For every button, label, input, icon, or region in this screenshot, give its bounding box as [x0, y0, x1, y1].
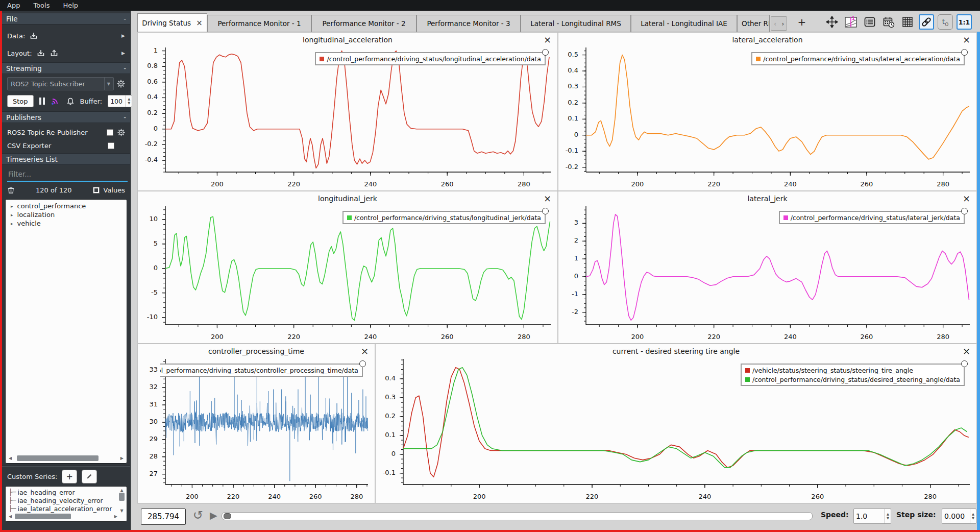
buffer-spinner[interactable]: 100 ▲▼: [108, 95, 132, 107]
republisher-checkbox[interactable]: [107, 129, 113, 136]
spin-up-icon[interactable]: ▲: [885, 512, 891, 516]
edit-custom-series-button[interactable]: [82, 470, 97, 483]
plot-legend[interactable]: /control_performance/driving_status/long…: [315, 52, 546, 65]
custom-horizontal-scrollbar[interactable]: ◀ ▶: [8, 513, 118, 520]
loop-icon[interactable]: ↺: [190, 507, 206, 523]
add-tab-button[interactable]: +: [794, 15, 809, 29]
scroll-right-icon[interactable]: ▶: [113, 514, 118, 519]
plot-canvas[interactable]: /control_performance/driving_status/long…: [160, 47, 552, 179]
tab-scroll-right-icon[interactable]: ›: [779, 20, 787, 28]
list-item[interactable]: ├─iae_lateral_acceleration_error: [9, 504, 127, 513]
file-section-header[interactable]: File -: [2, 13, 130, 25]
legend-entry[interactable]: /control_performance/driving_status/long…: [347, 213, 541, 222]
spin-down-icon[interactable]: ▼: [126, 101, 132, 105]
scroll-left-icon[interactable]: ◀: [8, 456, 13, 461]
scrollbar-thumb[interactable]: [17, 455, 99, 461]
plot-canvas[interactable]: /control_performance/driving_status/cont…: [160, 358, 370, 491]
legend-entry[interactable]: /vehicle/status/steering_status/steering…: [745, 366, 960, 375]
legend-list-icon[interactable]: [862, 14, 877, 30]
streaming-source-select[interactable]: ROS2 Topic Subscriber ▼: [7, 77, 114, 90]
values-checkbox[interactable]: [93, 187, 100, 194]
tree-horizontal-scrollbar[interactable]: ◀ ▶: [8, 455, 125, 462]
tree-item[interactable]: ▸control_performance: [11, 202, 127, 210]
plot-canvas[interactable]: /control_performance/driving_status/late…: [581, 47, 971, 179]
republisher-gear-icon[interactable]: [117, 129, 125, 136]
legend-entry[interactable]: /control_performance/driving_status/desi…: [745, 375, 960, 384]
tree-item[interactable]: ▸localization: [11, 210, 127, 219]
streaming-gear-icon[interactable]: [117, 80, 125, 88]
list-item[interactable]: ├─iae_heading_velocity_error: [9, 496, 127, 504]
collapse-icon[interactable]: -: [124, 113, 126, 122]
link-axes-icon[interactable]: [919, 14, 934, 30]
trash-icon[interactable]: [7, 186, 15, 194]
cursor-tracker-icon[interactable]: 1: [843, 14, 859, 30]
menu-help[interactable]: Help: [63, 2, 78, 9]
legend-entry[interactable]: /control_performance/driving_status/late…: [783, 213, 960, 222]
time-slider-thumb[interactable]: [224, 513, 231, 519]
plot-close-icon[interactable]: ×: [963, 346, 970, 356]
scroll-right-icon[interactable]: ▶: [119, 456, 125, 461]
plot-canvas[interactable]: /control_performance/driving_status/late…: [581, 206, 971, 331]
collapse-icon[interactable]: -: [124, 64, 126, 72]
plot-close-icon[interactable]: ×: [544, 193, 551, 204]
tab-performance-monitor-1[interactable]: Performance Monitor - 1: [207, 15, 311, 32]
menu-app[interactable]: App: [7, 2, 20, 9]
list-item[interactable]: ├─iae_heading_error: [9, 488, 127, 496]
tab-lateral-longitudinal-iae[interactable]: Lateral - Longitudinal IAE: [631, 15, 737, 32]
streaming-section-header[interactable]: Streaming -: [2, 62, 130, 74]
scrollbar-thumb[interactable]: [119, 493, 125, 501]
collapse-icon[interactable]: -: [124, 15, 126, 23]
tab-other-rms[interactable]: Other RMS: [737, 15, 770, 32]
tab-performance-monitor-3[interactable]: Performance Monitor - 3: [416, 15, 521, 32]
plot-legend[interactable]: /control_performance/driving_status/long…: [342, 211, 546, 224]
plot-canvas[interactable]: /control_performance/driving_status/long…: [160, 206, 552, 331]
scroll-up-icon[interactable]: ▲: [119, 488, 124, 493]
play-icon[interactable]: ▶: [207, 509, 220, 522]
spin-up-icon[interactable]: ▲: [970, 512, 976, 516]
csv-exporter-checkbox[interactable]: [108, 142, 114, 149]
plot-close-icon[interactable]: ×: [963, 34, 970, 45]
step-size-spinner[interactable]: 0.000 ▲▼: [942, 509, 976, 524]
stop-button[interactable]: Stop: [7, 95, 34, 107]
plot-legend[interactable]: /vehicle/status/steering_status/steering…: [741, 364, 965, 386]
publishers-section-header[interactable]: Publishers -: [2, 111, 130, 123]
scroll-left-icon[interactable]: ◀: [8, 514, 13, 519]
ratio-1-1-icon[interactable]: 1:1: [957, 14, 972, 30]
tab-close-icon[interactable]: ×: [196, 18, 203, 28]
time-slider[interactable]: [222, 512, 813, 520]
notifications-bell-icon[interactable]: [66, 97, 75, 106]
tree-item[interactable]: ▸vehicle: [11, 219, 127, 228]
add-custom-series-button[interactable]: +: [62, 470, 77, 483]
move-pan-icon[interactable]: [824, 14, 840, 30]
plot-close-icon[interactable]: ×: [963, 193, 970, 204]
data-load-icon[interactable]: [29, 31, 38, 40]
time-offset-icon[interactable]: tO: [938, 14, 953, 30]
timeseries-filter-input[interactable]: [7, 167, 128, 182]
pause-icon[interactable]: [39, 98, 45, 105]
scroll-down-icon[interactable]: ▼: [119, 509, 124, 513]
tab-performance-monitor-2[interactable]: Performance Monitor - 2: [311, 15, 416, 32]
scrollbar-thumb[interactable]: [15, 514, 71, 519]
tab-driving-status[interactable]: Driving Status ×: [137, 13, 207, 32]
plot-legend[interactable]: /control_performance/driving_status/cont…: [160, 364, 363, 377]
chevron-down-icon[interactable]: ▼: [104, 78, 110, 90]
spin-up-icon[interactable]: ▲: [126, 97, 132, 101]
tab-scroll-left-icon[interactable]: ‹: [771, 20, 779, 28]
spin-down-icon[interactable]: ▼: [885, 516, 891, 520]
tree-expand-icon[interactable]: ▸: [11, 204, 13, 209]
plot-close-icon[interactable]: ×: [544, 34, 551, 45]
data-submenu-icon[interactable]: ▶: [121, 33, 125, 38]
layout-submenu-icon[interactable]: ▶: [121, 51, 125, 56]
current-time-box[interactable]: 285.794: [141, 509, 186, 525]
layout-load-icon[interactable]: [36, 49, 45, 58]
grid-layout-icon[interactable]: [900, 14, 915, 30]
tree-expand-icon[interactable]: ▸: [11, 212, 13, 217]
plot-canvas[interactable]: /vehicle/status/steering_status/steering…: [398, 358, 971, 491]
plot-legend[interactable]: /control_performance/driving_status/late…: [751, 52, 965, 65]
speed-spinner[interactable]: 1.0 ▲▼: [853, 509, 891, 524]
custom-vertical-scrollbar[interactable]: ▲ ▼: [118, 488, 125, 513]
legend-entry[interactable]: /control_performance/driving_status/late…: [756, 54, 960, 63]
plot-legend[interactable]: /control_performance/driving_status/late…: [779, 211, 965, 224]
legend-entry[interactable]: /control_performance/driving_status/cont…: [160, 366, 358, 375]
datetime-icon[interactable]: [881, 14, 896, 30]
